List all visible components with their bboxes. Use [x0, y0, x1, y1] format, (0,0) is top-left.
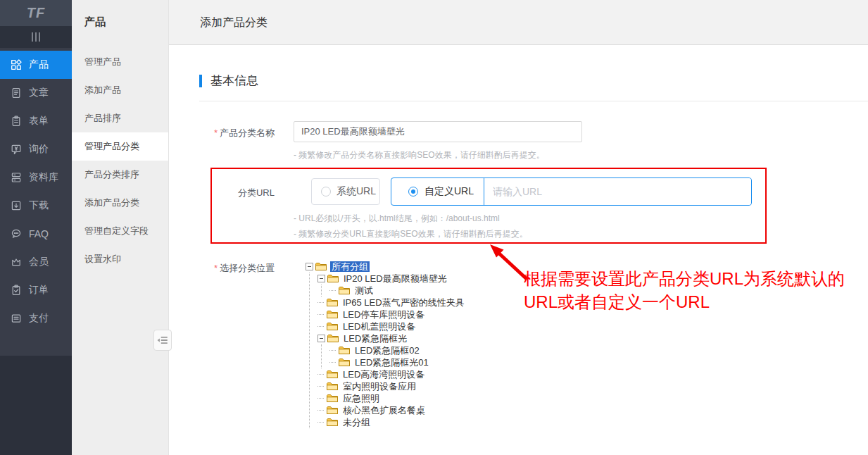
submenu-item-产品分类排序[interactable]: 产品分类排序 [72, 161, 168, 189]
sidebar-item-label: 订单 [29, 284, 49, 297]
tree-node: LED高海湾照明设备 [317, 368, 466, 380]
tree-row[interactable]: LED停车库照明设备 [317, 308, 466, 320]
category-name-hint: - 频繁修改产品分类名称直接影响SEO效果，请仔细斟酌后再提交。 [294, 149, 545, 161]
tree-node: 未分组 [317, 416, 466, 428]
submenu-item-添加产品[interactable]: 添加产品 [72, 76, 168, 104]
tree-row[interactable]: LED紧急隔框光01 [329, 356, 466, 368]
tree-row[interactable]: 所有分组 [306, 261, 466, 273]
radio-selected-icon[interactable] [408, 187, 418, 197]
sidebar-item-下载[interactable]: 下载 [0, 192, 72, 220]
folder-icon [327, 370, 338, 379]
section-accent-bar [199, 75, 202, 87]
tree-label[interactable]: LED紧急隔框光 [342, 333, 408, 344]
main-content [169, 46, 868, 455]
sidebar-item-label: 表单 [29, 115, 49, 127]
category-name-label: 产品分类名称 [169, 127, 275, 139]
tree-row[interactable]: LED机盖照明设备 [317, 320, 466, 332]
folder-icon [327, 274, 339, 283]
app-logo[interactable]: TF [0, 0, 72, 26]
page-header: 添加产品分类 [169, 0, 868, 45]
folder-icon [339, 346, 350, 355]
tree-row[interactable]: 测试 [329, 285, 466, 297]
folder-icon [327, 418, 338, 427]
folder-icon [315, 262, 327, 271]
sidebar-item-询价[interactable]: 询价 [0, 135, 72, 163]
tree-row[interactable]: IP65 LED蒸气严密的线性夹具 [317, 297, 466, 308]
sidebar-item-表单[interactable]: 表单 [0, 107, 72, 135]
tree-label[interactable]: LED机盖照明设备 [341, 321, 417, 332]
download-icon [11, 200, 22, 211]
tree-row[interactable]: LED紧急隔框02 [329, 344, 466, 356]
tree-connector [317, 374, 324, 375]
tree-label[interactable]: LED紧急隔框光01 [353, 357, 430, 368]
folder-icon [327, 334, 339, 343]
tree-label[interactable]: 应急照明 [341, 393, 381, 404]
tree-collapse-toggle-icon[interactable] [317, 335, 325, 342]
tree-row[interactable]: LED高海湾照明设备 [317, 368, 466, 380]
tree-connector [317, 410, 324, 411]
tree-node: LED紧急隔框光01 [329, 356, 466, 368]
sidebar-footer-area [0, 356, 72, 455]
sidebar-item-文章[interactable]: 文章 [0, 79, 72, 107]
tree-node: IP20 LED最高限额墙壁光测试 [317, 273, 466, 297]
tree-label[interactable]: IP20 LED最高限额墙壁光 [342, 273, 448, 284]
radio-unselected-icon[interactable] [321, 187, 331, 197]
sidebar-item-label: 资料库 [29, 171, 58, 184]
tree-label[interactable]: IP65 LED蒸气严密的线性夹具 [341, 297, 466, 308]
collapse-submenu-button[interactable] [153, 330, 172, 351]
folder-icon [339, 358, 350, 367]
tree-label[interactable]: 室内照明设备应用 [341, 381, 417, 392]
tree-connector [317, 398, 324, 399]
sidebar-item-支付[interactable]: 支付 [0, 304, 72, 332]
tree-label[interactable]: LED停车库照明设备 [341, 309, 426, 320]
sidebar-collapse-strip[interactable] [0, 26, 72, 48]
tree-collapse-toggle-icon[interactable] [317, 275, 325, 282]
tree-row[interactable]: 核心黑色扩展名餐桌 [317, 404, 466, 416]
tree-label[interactable]: 核心黑色扩展名餐桌 [341, 405, 427, 416]
submenu-item-设置水印[interactable]: 设置水印 [72, 245, 168, 273]
submenu-item-添加产品分类[interactable]: 添加产品分类 [72, 189, 168, 217]
page-title: 添加产品分类 [200, 15, 268, 30]
sidebar-item-label: 会员 [29, 256, 49, 268]
tree-connector [329, 290, 336, 291]
tree-row[interactable]: 未分组 [317, 416, 466, 428]
section-title: 基本信息 [210, 73, 258, 89]
tree-label[interactable]: 未分组 [341, 417, 372, 428]
custom-url-option[interactable]: 自定义URL [391, 178, 484, 205]
system-url-option[interactable]: 系统URL [311, 178, 380, 205]
custom-url-input[interactable] [484, 178, 751, 205]
folder-icon [327, 310, 338, 319]
tree-node: 核心黑色扩展名餐桌 [317, 404, 466, 416]
submenu-item-管理产品分类[interactable]: 管理产品分类 [72, 132, 168, 161]
sidebar-item-会员[interactable]: 会员 [0, 248, 72, 276]
tree-connector [317, 314, 324, 315]
tree-label[interactable]: 测试 [353, 285, 375, 296]
tree-row[interactable]: LED紧急隔框光 [317, 332, 466, 344]
tree-node: LED停车库照明设备 [317, 308, 466, 320]
submenu-item-管理自定义字段[interactable]: 管理自定义字段 [72, 217, 168, 245]
tree-label[interactable]: 所有分组 [330, 261, 370, 272]
tree-label[interactable]: LED紧急隔框02 [353, 345, 421, 356]
annotation-text: 根据需要设置此产品分类URL为系统默认的URL或者自定义一个URL [524, 267, 860, 313]
sidebar-item-订单[interactable]: 订单 [0, 276, 72, 304]
tree-label[interactable]: LED高海湾照明设备 [341, 369, 426, 380]
folder-icon [327, 298, 338, 307]
sidebar-item-资料库[interactable]: 资料库 [0, 163, 72, 192]
category-name-input[interactable] [294, 121, 582, 142]
folder-icon [327, 394, 338, 403]
submenu-item-产品排序[interactable]: 产品排序 [72, 104, 168, 132]
sidebar-item-FAQ[interactable]: FAQ [0, 220, 72, 248]
tree-connector [317, 302, 324, 303]
tree-row[interactable]: 应急照明 [317, 392, 466, 404]
grid-icon [11, 59, 22, 70]
tree-row[interactable]: 室内照明设备应用 [317, 380, 466, 392]
custom-url-option-group: 自定义URL [391, 177, 752, 206]
system-url-option-label: 系统URL [336, 185, 376, 198]
sidebar-item-产品[interactable]: 产品 [0, 51, 72, 79]
tree-collapse-toggle-icon[interactable] [306, 263, 313, 270]
tree-connector [317, 422, 324, 423]
submenu-item-管理产品[interactable]: 管理产品 [72, 48, 168, 76]
tree-row[interactable]: IP20 LED最高限额墙壁光 [317, 273, 466, 285]
submenu-items: 管理产品添加产品产品排序管理产品分类产品分类排序添加产品分类管理自定义字段设置水… [72, 48, 168, 273]
sidebar-item-label: 文章 [29, 87, 49, 99]
